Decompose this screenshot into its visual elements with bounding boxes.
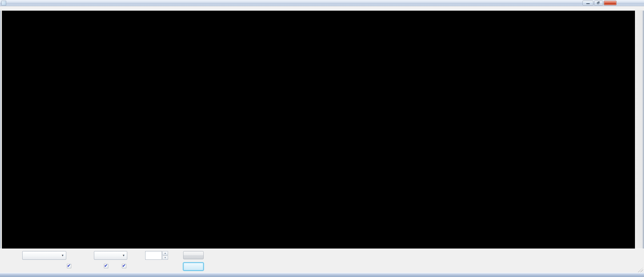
check-icon: ✔	[67, 263, 70, 268]
minimize-icon	[586, 3, 590, 4]
plot-area	[0, 11, 644, 249]
title-bar[interactable]	[0, 0, 644, 6]
chevron-down-icon: ▼	[122, 254, 125, 257]
menu-bar	[0, 6, 644, 11]
range-db-spinner: ▲ ▼	[162, 251, 168, 260]
menu-item-edit[interactable]	[4, 6, 6, 7]
check-icon: ✔	[122, 263, 126, 268]
window-left-margin	[0, 11, 2, 249]
restore-button[interactable]	[594, 1, 603, 5]
control-panel: ▼ ▼ ▲ ▼ ✔ ✔ ✔	[0, 249, 644, 273]
chevron-down-icon: ▼	[61, 254, 64, 257]
close-button[interactable]	[604, 1, 616, 5]
restore-icon-front	[597, 2, 599, 4]
colored-waterfall-checkbox[interactable]: ✔	[67, 264, 71, 268]
check-icon: ✔	[104, 263, 108, 268]
spinner-up-button[interactable]: ▲	[162, 251, 168, 255]
palette-dropdown[interactable]: ▼	[94, 251, 127, 260]
range-db-input[interactable]	[145, 251, 162, 260]
app-icon	[2, 1, 6, 5]
contoured-checkbox[interactable]: ✔	[104, 264, 108, 268]
grid-checkbox[interactable]: ✔	[122, 264, 126, 268]
minimize-button[interactable]	[582, 1, 593, 5]
spinner-down-button[interactable]: ▼	[162, 256, 168, 260]
mode-dropdown[interactable]: ▼	[22, 251, 66, 260]
copy-button[interactable]	[183, 251, 204, 259]
waterfall-plot-canvas[interactable]	[2, 11, 635, 249]
taskbar[interactable]	[0, 273, 644, 277]
window-right-margin	[635, 11, 644, 249]
arta-burst-decay-window: ▼ ▼ ▲ ▼ ✔ ✔ ✔	[0, 0, 644, 277]
bw-button[interactable]	[183, 263, 204, 271]
